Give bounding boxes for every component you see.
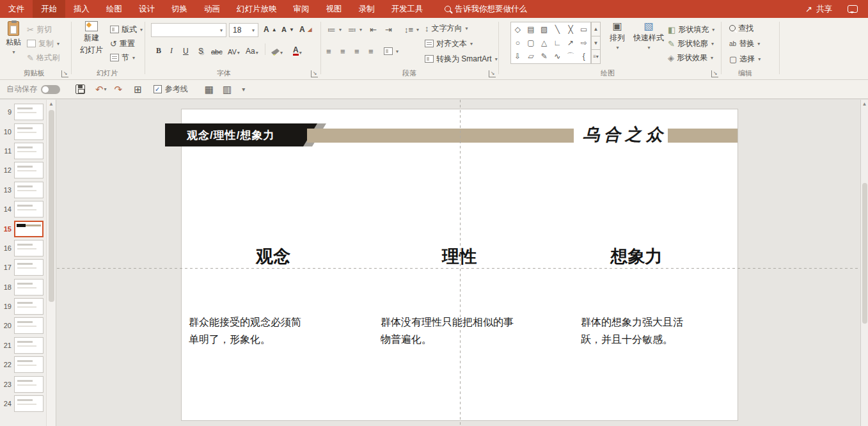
copy-button[interactable]: 复制 ▾ [27,37,59,50]
slide-thumbnail[interactable] [14,221,43,237]
slide-thumbnail-row[interactable]: 24 [0,394,46,413]
ribbon-tab-设计[interactable]: 设计 [130,0,163,18]
font-name-dropdown-icon[interactable]: ▾ [220,28,223,33]
shrink-font-button[interactable]: A▼ [281,23,294,36]
save-button[interactable] [75,84,85,94]
slide-thumbnail[interactable] [14,317,43,334]
shape-icon-6[interactable]: ○ [511,36,525,49]
text-shadow-button[interactable]: S [198,42,203,56]
layout-tool-icon[interactable]: ▦ [205,84,214,94]
shapes-more-icon[interactable]: ≡▾ [591,50,601,64]
slide-thumbnail[interactable] [14,162,43,178]
shape-icon-16[interactable]: ⌒ [564,50,578,63]
slide-thumbnail-row[interactable]: 15 [0,219,46,238]
slide-thumbnail-row[interactable]: 20 [0,316,46,335]
ribbon-tab-视图[interactable]: 视图 [318,0,351,18]
undo-button[interactable]: ↶ [95,84,104,94]
paste-button[interactable]: 粘贴 ▾ [1,21,26,55]
drawing-dialog-launcher[interactable]: ↘ [711,70,718,77]
shape-icon-15[interactable]: ∿ [551,50,564,63]
section-button[interactable]: 节 ▾ [110,51,135,64]
slide-thumbnail-row[interactable]: 13 [0,180,46,200]
shape-icon-4[interactable]: ╳ [564,22,578,36]
align-left-button[interactable]: ≡ [326,45,331,58]
column-body-1[interactable]: 群众能接受的观念必须简单明了，形象化。 [189,313,305,348]
slide-thumbnail[interactable] [14,395,43,412]
slide-thumbnail[interactable] [14,182,43,198]
shape-icon-9[interactable]: ∟ [551,36,564,49]
shape-icon-3[interactable]: ╲ [551,22,564,36]
slide-thumbnail-row[interactable]: 10 [0,122,46,141]
shape-icon-12[interactable]: ⇩ [511,50,525,63]
paste-dropdown-icon[interactable]: ▾ [12,49,15,55]
slide-thumbnail-row[interactable]: 22 [0,355,46,374]
slide-thumbnail[interactable] [14,259,43,276]
justify-button[interactable]: ≡ [368,45,374,58]
slide-thumbnail-row[interactable]: 12 [0,161,46,180]
change-case-button[interactable]: Aa▾ [246,42,258,56]
shape-icon-0[interactable]: ◇ [511,22,525,36]
reset-button[interactable]: ↺ 重置 [110,37,135,50]
find-button[interactable]: 查找 [729,22,754,35]
qat-more-icon[interactable]: ▾ [242,86,245,93]
slide-thumbnail-row[interactable]: 16 [0,239,46,258]
shape-icon-2[interactable]: ▧ [537,22,551,36]
ribbon-tab-录制[interactable]: 录制 [351,0,383,18]
slide-thumbnail[interactable] [14,104,43,120]
cut-button[interactable]: ✂ 剪切 [27,23,52,36]
slide-thumbnail[interactable] [14,356,43,373]
font-size-dropdown-icon[interactable]: ▾ [252,28,255,33]
shape-icon-14[interactable]: ✎ [537,50,551,63]
column-body-2[interactable]: 群体没有理性只能把相似的事物普遍化。 [381,313,516,348]
column-heading-1[interactable]: 观念 [222,245,324,268]
slide-thumbnail-row[interactable]: 11 [0,141,46,161]
italic-button[interactable]: I [170,42,173,56]
font-name-combobox[interactable]: ▾ [151,23,226,37]
grow-font-button[interactable]: A▲ [264,23,277,36]
slide-thumbnail-row[interactable]: 17 [0,258,46,277]
ribbon-tab-文件[interactable]: 文件 [0,0,33,18]
column-heading-3[interactable]: 想象力 [585,245,688,268]
columns-tool-icon[interactable]: ▥ [223,84,232,94]
align-text-button[interactable]: 对齐文本▾ [425,37,473,50]
replace-button[interactable]: ab 替换▾ [729,37,760,50]
clear-formatting-button[interactable]: A◢ [299,23,312,36]
slide-thumbnail[interactable] [14,279,43,296]
slide-thumbnail-row[interactable]: 9 [0,102,46,122]
guides-checkbox[interactable]: ✓ [154,85,162,93]
line-spacing-button[interactable]: ↕≡▾ [404,23,419,36]
column-body-3[interactable]: 群体的想象力强大且活跃，并且十分敏感。 [581,313,686,348]
shape-icon-7[interactable]: ▢ [525,36,538,49]
font-color-button[interactable]: A▾ [293,42,302,56]
select-button[interactable]: ▢ 选择▾ [729,52,761,65]
ribbon-tab-幻灯片放映[interactable]: 幻灯片放映 [228,0,285,18]
slide-thumbnail[interactable] [14,143,43,159]
paragraph-dialog-launcher[interactable]: ↘ [489,70,496,77]
ribbon-tab-切换[interactable]: 切换 [163,0,196,18]
main-scrollbar[interactable]: ▲ [860,100,868,426]
tell-me-box[interactable]: 告诉我你想要做什么 [445,0,528,18]
comments-icon[interactable] [848,5,858,13]
slide-thumbnail-row[interactable]: 19 [0,297,46,316]
align-right-button[interactable]: ≡ [354,45,359,58]
numbering-button[interactable]: ≕▾ [348,23,362,36]
redo-button[interactable]: ↷ [114,84,123,94]
highlight-color-button[interactable]: ▾ [271,42,283,56]
clipboard-dialog-launcher[interactable]: ↘ [61,70,68,77]
slide-thumbnail[interactable] [14,123,43,140]
shapes-scroll-down-icon[interactable]: ▼ [591,36,601,51]
shape-icon-8[interactable]: △ [537,36,551,49]
tan-bar-left[interactable] [307,129,574,143]
quick-styles-button[interactable]: ▧ 快速样式 ▾ [632,21,665,51]
ribbon-tab-开发工具[interactable]: 开发工具 [383,0,432,18]
shape-icon-17[interactable]: { [577,50,590,63]
ribbon-tab-审阅[interactable]: 审阅 [285,0,318,18]
share-button[interactable]: ↗ 共享 [805,4,832,15]
align-center-button[interactable]: ≡ [340,45,345,58]
decrease-indent-button[interactable]: ⇤ [370,23,377,36]
grid-settings-icon[interactable]: ⊞ [134,84,142,94]
slide-thumbnail-row[interactable]: 18 [0,278,46,297]
shapes-scroll-up-icon[interactable]: ▲ [591,22,601,36]
slide-thumbnail[interactable] [14,240,43,256]
font-size-combobox[interactable]: 18 ▾ [229,23,258,37]
